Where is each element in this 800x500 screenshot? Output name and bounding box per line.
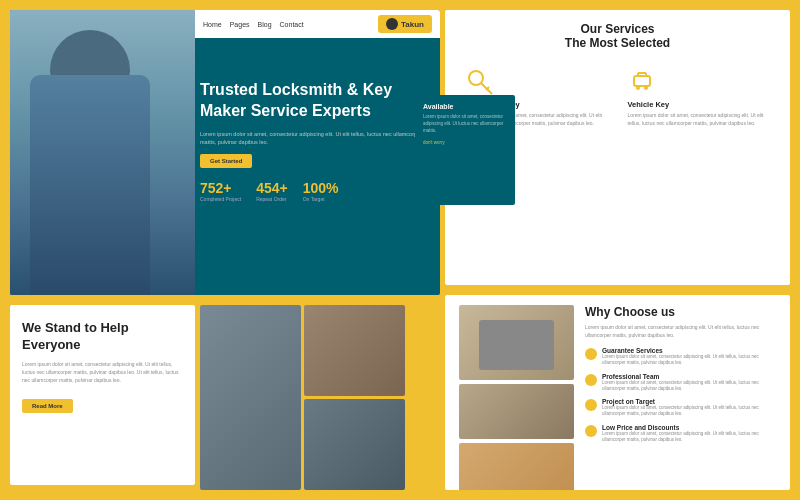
stand-title: We Stand to Help Everyone — [22, 320, 183, 354]
available-description: Lorem ipsum dolor sit amet, consectetur … — [423, 114, 507, 134]
available-card: Available Lorem ipsum dolor sit amet, co… — [415, 95, 515, 205]
customize-key-icon — [466, 68, 494, 96]
project-content: Project on Target Lorem ipsum dolor sit … — [602, 398, 780, 418]
grid-image-lock — [304, 399, 405, 490]
stand-panel: We Stand to Help Everyone Lorem ipsum do… — [10, 305, 195, 485]
service-vehicle-key-desc: Lorem ipsum dolor sit amet, consectetur … — [628, 112, 770, 127]
stand-description: Lorem ipsum dolor sit amet, consectetur … — [22, 360, 183, 384]
price-icon — [585, 425, 597, 437]
available-title: Available — [423, 103, 507, 110]
hero-get-started-button[interactable]: Get Started — [200, 154, 252, 168]
guarantee-title: Guarantee Services — [602, 347, 780, 354]
choose-item-guarantee: Guarantee Services Lorem ipsum dolor sit… — [585, 347, 780, 367]
guarantee-desc: Lorem ipsum dolor sit amet, consectetur … — [602, 354, 780, 367]
choose-item-professional: Professional Team Lorem ipsum dolor sit … — [585, 373, 780, 393]
project-icon — [585, 399, 597, 411]
services-title: Our Services — [460, 22, 775, 36]
stat-target: 100% On Target — [303, 180, 339, 202]
nav-logo: Takun — [378, 15, 432, 33]
svg-point-0 — [469, 71, 483, 85]
stand-read-more-button[interactable]: Read More — [22, 399, 73, 413]
service-vehicle-key-name: Vehicle Key — [628, 100, 770, 109]
stat-completed-number: 752+ — [200, 180, 241, 196]
stat-completed: 752+ Completed Project — [200, 180, 241, 202]
safe-image — [459, 305, 574, 380]
hero-content: Trusted Locksmith & Key Maker Service Ex… — [200, 40, 430, 202]
stat-repeat: 454+ Repeat Order — [256, 180, 288, 202]
hero-panel: Home Pages Blog Contact Takun Trusted Lo… — [10, 10, 440, 295]
logo-text: Takun — [401, 20, 424, 29]
key-image — [459, 384, 574, 439]
vehicle-key-icon — [628, 68, 656, 96]
project-desc: Lorem ipsum dolor sit amet, consectetur … — [602, 405, 780, 418]
nav-pages[interactable]: Pages — [230, 21, 250, 28]
grid-image-locksmith — [200, 305, 301, 490]
svg-rect-3 — [634, 76, 650, 86]
image-grid — [200, 305, 405, 490]
stat-target-number: 100% — [303, 180, 339, 196]
hero-stats: 752+ Completed Project 454+ Repeat Order… — [200, 180, 430, 202]
stat-repeat-number: 454+ — [256, 180, 288, 196]
choose-panel: Why Choose us Lorem ipsum dolor sit amet… — [445, 295, 790, 490]
professional-desc: Lorem ipsum dolor sit amet, consectetur … — [602, 380, 780, 393]
professional-title: Professional Team — [602, 373, 780, 380]
professional-content: Professional Team Lorem ipsum dolor sit … — [602, 373, 780, 393]
hero-description: Lorem ipsum dolor sit amet, consectetur … — [200, 130, 430, 147]
grid-image-keys — [304, 305, 405, 396]
choose-item-price: Low Price and Discounts Lorem ipsum dolo… — [585, 424, 780, 444]
svg-point-4 — [636, 86, 640, 90]
svg-point-5 — [644, 86, 648, 90]
hero-image — [10, 10, 195, 295]
choose-title: Why Choose us — [585, 305, 780, 319]
choose-description: Lorem ipsum dolor sit amet, consectetur … — [585, 324, 780, 339]
choose-content: Why Choose us Lorem ipsum dolor sit amet… — [585, 305, 780, 449]
guarantee-content: Guarantee Services Lorem ipsum dolor sit… — [602, 347, 780, 367]
nav-home[interactable]: Home — [203, 21, 222, 28]
stat-target-label: On Target — [303, 196, 339, 202]
project-title: Project on Target — [602, 398, 780, 405]
logo-icon — [386, 18, 398, 30]
price-title: Low Price and Discounts — [602, 424, 780, 431]
services-header: Our Services The Most Selected — [460, 22, 775, 50]
stat-completed-label: Completed Project — [200, 196, 241, 202]
lock-image — [459, 443, 574, 490]
choose-images — [459, 305, 579, 490]
service-vehicle-key: Vehicle Key Lorem ipsum dolor sit amet, … — [622, 62, 776, 133]
hero-person-image — [10, 10, 195, 295]
services-subtitle: The Most Selected — [460, 36, 775, 50]
stat-repeat-label: Repeat Order — [256, 196, 288, 202]
professional-icon — [585, 374, 597, 386]
price-content: Low Price and Discounts Lorem ipsum dolo… — [602, 424, 780, 444]
available-note: don't worry — [423, 140, 507, 145]
guarantee-icon — [585, 348, 597, 360]
nav-blog[interactable]: Blog — [258, 21, 272, 28]
choose-item-project: Project on Target Lorem ipsum dolor sit … — [585, 398, 780, 418]
page-wrapper: Home Pages Blog Contact Takun Trusted Lo… — [0, 0, 800, 500]
hero-nav: Home Pages Blog Contact Takun — [195, 10, 440, 38]
price-desc: Lorem ipsum dolor sit amet, consectetur … — [602, 431, 780, 444]
hero-title: Trusted Locksmith & Key Maker Service Ex… — [200, 80, 430, 122]
nav-contact[interactable]: Contact — [280, 21, 304, 28]
